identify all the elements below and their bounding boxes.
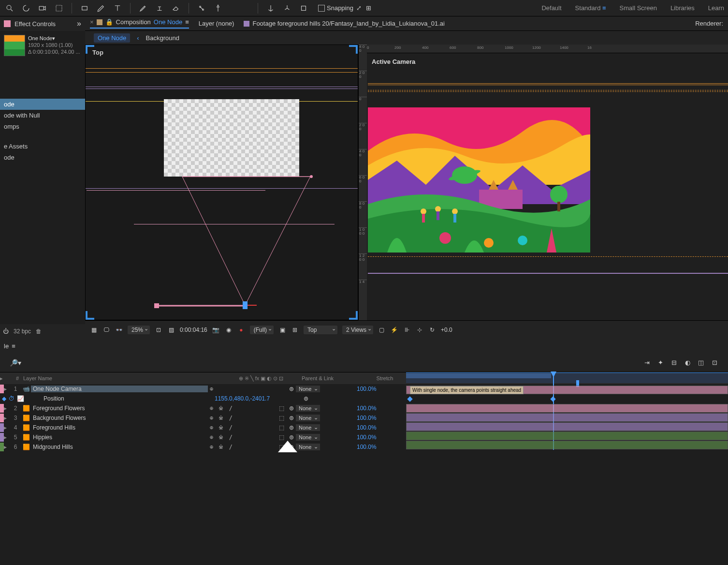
project-item[interactable]: omps <box>0 121 85 132</box>
parent-dropdown[interactable]: None <box>296 434 320 441</box>
layer-duration-bar[interactable] <box>406 441 728 449</box>
pen-tool-icon[interactable] <box>95 2 107 14</box>
frame-blend-icon[interactable]: ⊟ <box>670 359 678 367</box>
stretch-value[interactable]: 100.0% <box>352 434 394 441</box>
layer-duration-bar[interactable] <box>406 431 728 440</box>
workspace-small-screen[interactable]: Small Screen <box>620 4 657 12</box>
mask-icon[interactable]: 👓 <box>115 326 123 334</box>
grid-toggle-icon[interactable]: ⊞ <box>291 326 299 334</box>
show-snapshot-icon[interactable]: ◉ <box>225 326 233 334</box>
stretch-value[interactable]: 100.0% <box>352 444 394 450</box>
effect-controls-tab[interactable]: Effect Controls » <box>0 16 85 31</box>
zoom-dropdown[interactable]: 25% <box>128 326 150 334</box>
twirl-icon[interactable]: ▸ <box>4 405 10 412</box>
layer-name[interactable]: Background Flowers <box>31 415 208 421</box>
keyframe-nav-icon[interactable]: ◆ <box>0 395 8 402</box>
layer-switches[interactable]: ⊕ <box>208 386 289 392</box>
layer-tab[interactable]: Layer (none) <box>199 20 234 27</box>
pickwhip-icon[interactable]: ⊚ <box>294 395 357 402</box>
stretch-value[interactable]: 100.0% <box>352 424 394 431</box>
workspace-learn[interactable]: Learn <box>708 4 724 12</box>
twirl-icon[interactable]: ▸ <box>4 386 10 392</box>
brush-tool-icon[interactable] <box>137 2 149 14</box>
eraser-tool-icon[interactable] <box>170 2 182 14</box>
stretch-value[interactable]: 100.0% <box>352 415 394 421</box>
layer-switches[interactable]: ⊕ ※ / ⬚ <box>208 415 289 421</box>
hand-tool-icon[interactable] <box>20 2 32 14</box>
res-half-icon[interactable]: ⊡ <box>155 326 162 334</box>
layer-color[interactable] <box>0 443 4 451</box>
pin-tool-icon[interactable] <box>212 2 224 14</box>
axis-local-icon[interactable] <box>265 2 277 14</box>
tab-menu-icon[interactable]: ≡ <box>185 18 189 26</box>
layer-name[interactable]: Midground Hills <box>31 444 208 450</box>
shy-icon[interactable]: ⊡ <box>711 359 718 367</box>
timeline-tab-label[interactable]: le <box>4 342 9 350</box>
property-value[interactable]: 1155.0,480.0,-2401.7 <box>213 395 294 402</box>
roi-icon[interactable]: ▣ <box>278 326 286 334</box>
pickwhip-icon[interactable]: ⊚ <box>289 415 294 421</box>
workspace-default[interactable]: Default <box>541 4 561 12</box>
twirl-icon[interactable]: ▸ <box>4 424 10 431</box>
comp-thumbnail[interactable] <box>4 35 25 56</box>
clone-stamp-icon[interactable] <box>154 2 165 14</box>
layer-duration-bar[interactable] <box>406 395 728 403</box>
search-icon[interactable]: 🔎▾ <box>10 359 21 367</box>
trash-icon[interactable]: 🗑 <box>36 328 42 335</box>
project-item[interactable]: ode <box>0 152 85 163</box>
pickwhip-icon[interactable]: ⊚ <box>289 434 294 441</box>
panel-menu-icon[interactable]: ≡ <box>12 342 15 350</box>
pickwhip-icon[interactable]: ⊚ <box>289 386 294 392</box>
layer-color[interactable] <box>0 433 4 442</box>
parent-dropdown[interactable]: None <box>296 424 320 431</box>
axis-view-icon[interactable] <box>298 2 309 14</box>
rectangle-tool-icon[interactable] <box>79 2 90 14</box>
stretch-value[interactable]: 100.0% <box>352 405 394 412</box>
parent-dropdown[interactable]: None <box>296 405 320 412</box>
resolution-dropdown[interactable]: (Full) <box>250 326 274 334</box>
layer-switches[interactable]: ⊕ ※ / ⬚ <box>208 434 289 441</box>
camera-tool-icon[interactable] <box>37 2 48 14</box>
grid-icon[interactable]: ▦ <box>90 326 98 334</box>
parent-dropdown[interactable]: None <box>296 444 320 450</box>
fast-preview-icon[interactable]: ⚡ <box>391 326 398 334</box>
composition-tab[interactable]: × 🔒 Composition One Node ≡ <box>90 18 189 29</box>
twirl-icon[interactable]: ▸ <box>4 415 10 421</box>
monitor-icon[interactable]: 🖵 <box>102 326 110 334</box>
parent-dropdown[interactable]: None <box>296 386 320 392</box>
stopwatch-icon[interactable]: ⏱ <box>8 395 15 402</box>
layer-switches[interactable]: ⊕ ※ / ⬚ <box>208 444 289 450</box>
layer-name[interactable]: Foreground Hills <box>31 424 208 431</box>
type-tool-icon[interactable] <box>112 2 123 14</box>
transparency-icon[interactable]: ▨ <box>167 326 175 334</box>
av-toggle-icon[interactable]: ▸ <box>0 375 6 382</box>
twirl-icon[interactable]: ▸ <box>4 434 10 441</box>
layer-name[interactable]: Hippies <box>31 434 208 441</box>
axis-world-icon[interactable] <box>281 2 293 14</box>
snapshot-icon[interactable]: 📷 <box>212 326 220 334</box>
draft-3d-icon[interactable]: ✦ <box>656 359 664 367</box>
bpc-icon[interactable]: ⏻ <box>3 328 9 335</box>
region-tool-icon[interactable] <box>53 2 65 14</box>
layer-color[interactable] <box>0 423 4 432</box>
pixel-aspect-icon[interactable]: ▢ <box>378 326 386 334</box>
lock-icon[interactable]: 🔒 <box>105 18 113 26</box>
parent-dropdown[interactable]: None <box>296 415 320 421</box>
pickwhip-icon[interactable]: ⊚ <box>289 405 294 412</box>
reset-exposure-icon[interactable]: ↻ <box>428 326 436 334</box>
snapping-checkbox[interactable] <box>318 5 325 12</box>
collapse-icon[interactable]: » <box>77 19 81 28</box>
project-item[interactable]: ode <box>0 99 85 110</box>
footage-tab[interactable]: Footage foreground hills 20/Fantasy_land… <box>244 20 445 27</box>
bpc-label[interactable]: 32 bpc <box>14 328 31 335</box>
layer-duration-bar[interactable] <box>406 404 728 413</box>
motion-blur-icon[interactable]: ◐ <box>684 359 691 367</box>
layer-name[interactable]: Foreground Flowers <box>31 405 208 412</box>
views-layout-dropdown[interactable]: 2 Views <box>342 326 373 334</box>
breadcrumb-item[interactable]: One Node <box>94 33 130 43</box>
twirl-icon[interactable]: ▸ <box>4 444 10 450</box>
breadcrumb-item[interactable]: Background <box>146 34 179 42</box>
stretch-value[interactable]: 100.0% <box>352 386 394 392</box>
view-dropdown[interactable]: Top <box>304 326 337 334</box>
project-item[interactable]: e Assets <box>0 141 85 152</box>
